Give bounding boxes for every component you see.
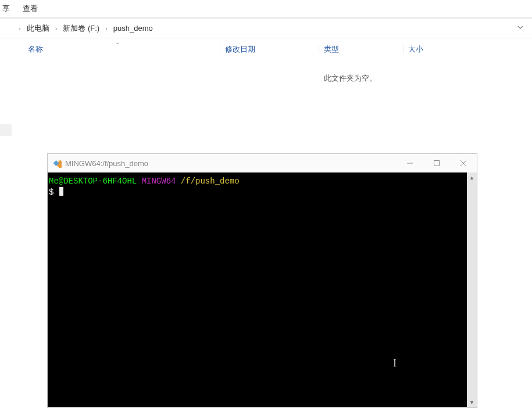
- column-separator: [319, 45, 319, 53]
- ibeam-cursor-icon: I: [393, 356, 397, 370]
- nav-selection-marker: [0, 124, 12, 136]
- minimize-button[interactable]: [397, 154, 423, 172]
- navigation-pane[interactable]: [0, 38, 19, 410]
- column-header-size[interactable]: 大小: [403, 44, 467, 55]
- column-headers: 名称 ⌃ 修改日期 类型 大小: [28, 38, 532, 59]
- prompt-symbol: $: [49, 188, 53, 197]
- column-header-name[interactable]: 名称 ⌃: [28, 44, 220, 55]
- terminal-input-line: $: [49, 187, 466, 198]
- terminal-titlebar[interactable]: MINGW64:/f/push_demo: [48, 154, 477, 172]
- terminal-body-wrap: Me@DESKTOP-6HF4OHL MINGW64 /f/push_demo …: [48, 172, 477, 407]
- chevron-right-icon[interactable]: ›: [19, 25, 21, 32]
- breadcrumb-item-folder[interactable]: push_demo: [113, 24, 153, 33]
- scroll-down-icon[interactable]: ▼: [467, 397, 477, 407]
- close-button[interactable]: [450, 154, 477, 172]
- column-separator: [220, 45, 220, 53]
- breadcrumb-item-drive[interactable]: 新加卷 (F:): [63, 23, 99, 34]
- terminal-prompt-line: Me@DESKTOP-6HF4OHL MINGW64 /f/push_demo: [49, 176, 466, 187]
- prompt-env: MINGW64: [142, 177, 176, 186]
- text-cursor: [59, 187, 63, 196]
- column-header-type[interactable]: 类型: [319, 44, 403, 55]
- column-label-size: 大小: [408, 45, 423, 53]
- prompt-path: /f/push_demo: [181, 177, 240, 186]
- chevron-right-icon[interactable]: ›: [55, 25, 58, 32]
- terminal-scrollbar[interactable]: ▲ ▼: [467, 172, 477, 407]
- column-label-date: 修改日期: [225, 45, 255, 53]
- terminal-body[interactable]: Me@DESKTOP-6HF4OHL MINGW64 /f/push_demo …: [48, 172, 467, 407]
- maximize-button[interactable]: [423, 154, 450, 172]
- git-bash-icon: [52, 159, 62, 168]
- column-header-date[interactable]: 修改日期: [220, 44, 319, 55]
- terminal-window: MINGW64:/f/push_demo Me@DESKTOP-6HF4OHL …: [47, 153, 477, 408]
- column-label-name: 名称: [28, 45, 43, 53]
- terminal-title: MINGW64:/f/push_demo: [65, 159, 397, 168]
- breadcrumb-item-computer[interactable]: 此电脑: [27, 23, 49, 34]
- ribbon-tabs: 享 查看: [0, 0, 532, 17]
- window-controls: [397, 154, 477, 172]
- ribbon-tab-share[interactable]: 享: [2, 3, 10, 14]
- empty-folder-text: 此文件夹为空。: [324, 73, 377, 84]
- prompt-user-host: Me@DESKTOP-6HF4OHL: [49, 177, 137, 186]
- column-separator: [403, 45, 404, 53]
- ribbon-tab-view[interactable]: 查看: [23, 3, 38, 14]
- column-label-type: 类型: [324, 45, 339, 53]
- address-dropdown-icon[interactable]: [515, 23, 526, 34]
- svg-rect-3: [434, 161, 440, 166]
- sort-caret-icon: ⌃: [115, 42, 120, 48]
- chevron-right-icon[interactable]: ›: [105, 25, 108, 32]
- address-bar[interactable]: › 此电脑 › 新加卷 (F:) › push_demo: [0, 18, 532, 38]
- scroll-up-icon[interactable]: ▲: [467, 172, 477, 182]
